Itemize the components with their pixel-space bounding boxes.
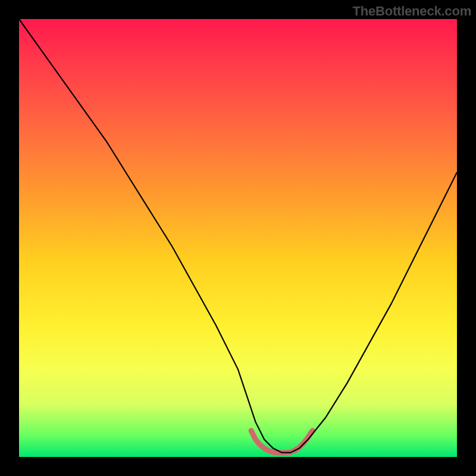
watermark-text: TheBottleneck.com: [352, 4, 471, 19]
curve-layer: [19, 19, 457, 457]
optimal-band: [251, 431, 312, 453]
plot-area: [19, 19, 457, 457]
chart-container: TheBottleneck.com: [0, 0, 476, 476]
bottleneck-curve: [19, 19, 457, 453]
